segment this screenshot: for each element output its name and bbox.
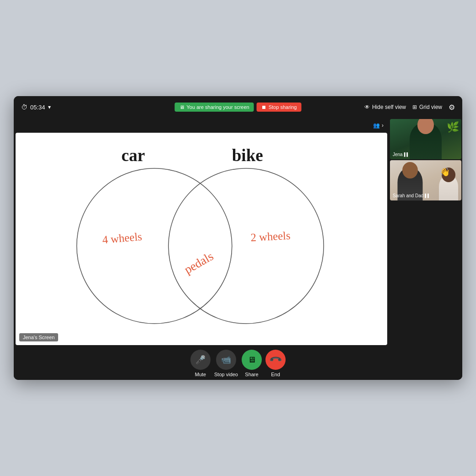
app-window: ⏱ 05:34 ▾ 🖥 You are sharing your screen …: [14, 96, 462, 380]
mute-button[interactable]: 🎤 Mute: [190, 350, 211, 377]
share-button[interactable]: 🖥 Share: [242, 350, 262, 377]
sharing-badges: 🖥 You are sharing your screen ⏹ Stop sha…: [175, 103, 302, 112]
stop-video-button[interactable]: 📹 Stop video: [214, 350, 238, 377]
svg-text:4 wheels: 4 wheels: [102, 230, 142, 246]
grid-icon: ⊞: [412, 104, 417, 110]
sarah-name-label: Sarah and Dad: [393, 193, 423, 198]
mute-icon-circle: 🎤: [190, 350, 211, 370]
svg-text:bike: bike: [232, 146, 263, 165]
hide-self-view-label: Hide self view: [372, 104, 406, 110]
mute-label: Mute: [195, 372, 206, 377]
sharing-status-text: You are sharing your screen: [187, 104, 249, 110]
jena-name-label: Jena: [393, 152, 403, 157]
whiteboard-container: car bike 4 wheels 2 wheels pedals Jena's…: [16, 133, 387, 345]
stop-sharing-button[interactable]: ⏹ Stop sharing: [257, 103, 302, 112]
participant-name-sarah: Sarah and Dad ▌▌: [393, 193, 430, 198]
grid-view-label: Grid view: [419, 104, 442, 110]
microphone-icon: 🎤: [195, 355, 206, 365]
timer-area[interactable]: ⏱ 05:34 ▾: [21, 103, 51, 111]
grid-view-button[interactable]: ⊞ Grid view: [412, 104, 442, 110]
screen-label: Jena's Screen: [19, 333, 58, 341]
stop-icon: ⏹: [261, 104, 266, 110]
end-button[interactable]: 📞 End: [265, 350, 286, 377]
side-panel: 🌿 Jena ▌▌ 👋: [389, 118, 462, 347]
end-label: End: [271, 372, 280, 377]
sarah-signal-icon: ▌▌: [425, 194, 430, 198]
venn-diagram: car bike 4 wheels 2 wheels pedals: [16, 133, 387, 345]
bottom-controls: 🎤 Mute 📹 Stop video 🖥 Share 📞 End: [14, 347, 462, 380]
participants-button[interactable]: 👥 ›: [373, 122, 384, 129]
svg-point-1: [168, 168, 324, 324]
svg-text:car: car: [121, 146, 145, 165]
svg-text:pedals: pedals: [182, 249, 216, 276]
share-icon-circle: 🖥: [242, 350, 262, 370]
chevron-right-icon: ›: [382, 122, 384, 129]
screen-icon: 🖥: [179, 104, 184, 110]
sharing-status-badge: 🖥 You are sharing your screen: [175, 103, 254, 112]
participant-tile-jena: 🌿 Jena ▌▌: [390, 119, 461, 159]
timer-display: 05:34: [30, 104, 45, 111]
svg-text:2 wheels: 2 wheels: [250, 229, 291, 244]
share-label: Share: [245, 372, 258, 377]
jena-signal-icon: ▌▌: [404, 152, 409, 157]
share-screen-icon: 🖥: [248, 355, 256, 365]
hide-self-view-button[interactable]: 👁 Hide self view: [364, 104, 406, 110]
clock-icon: ⏱: [21, 103, 27, 111]
stop-video-label: Stop video: [214, 372, 238, 377]
svg-point-0: [77, 168, 232, 324]
eye-icon: 👁: [364, 104, 370, 110]
participant-name-jena: Jena ▌▌: [393, 152, 409, 157]
timer-dropdown[interactable]: ▾: [48, 104, 51, 110]
screen-share-area: 👥 › car bike 4 wheels 2 whe: [14, 118, 389, 347]
main-content: 👥 › car bike 4 wheels 2 whe: [14, 118, 462, 347]
end-icon-circle: 📞: [265, 350, 286, 370]
top-bar: ⏱ 05:34 ▾ 🖥 You are sharing your screen …: [14, 96, 462, 118]
top-right-controls: 👁 Hide self view ⊞ Grid view ⚙: [364, 103, 455, 112]
settings-button[interactable]: ⚙: [449, 103, 455, 112]
stop-video-icon-circle: 📹: [216, 350, 236, 370]
video-icon: 📹: [221, 355, 231, 365]
end-call-icon: 📞: [268, 352, 282, 367]
participant-tile-sarah: 👋 Sarah and Dad ▌▌: [390, 160, 461, 200]
stop-sharing-label: Stop sharing: [269, 104, 297, 110]
participants-bar: 👥 ›: [14, 118, 389, 133]
people-icon: 👥: [373, 122, 380, 129]
